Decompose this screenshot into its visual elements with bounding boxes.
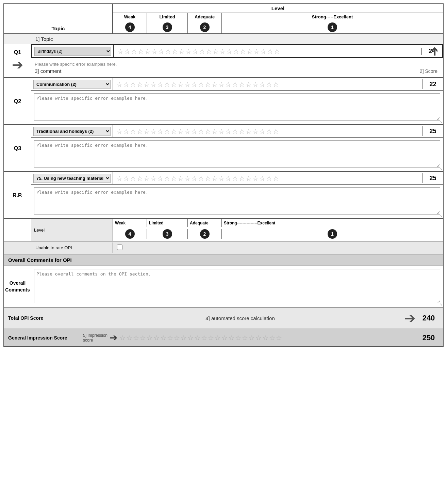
star-icon[interactable]: ☆ (253, 48, 260, 55)
star-icon[interactable]: ☆ (137, 81, 143, 88)
star-icon[interactable]: ☆ (167, 334, 173, 341)
star-icon[interactable]: ☆ (116, 81, 122, 88)
star-icon[interactable]: ☆ (124, 48, 130, 55)
star-icon[interactable]: ☆ (218, 175, 225, 182)
star-icon[interactable]: ☆ (123, 128, 129, 135)
star-icon[interactable]: ☆ (144, 175, 150, 182)
star-icon[interactable]: ☆ (157, 128, 163, 135)
star-icon[interactable]: ☆ (212, 81, 218, 88)
star-icon[interactable]: ☆ (259, 175, 265, 182)
star-icon[interactable]: ☆ (150, 175, 156, 182)
star-icon[interactable]: ☆ (184, 128, 191, 135)
star-icon[interactable]: ☆ (198, 175, 204, 182)
q1-topic-select[interactable]: Birthdays (2) (34, 47, 111, 56)
overall-comment-input[interactable] (34, 269, 440, 303)
star-icon[interactable]: ☆ (144, 81, 150, 88)
star-icon[interactable]: ☆ (205, 175, 211, 182)
star-icon[interactable]: ☆ (232, 128, 238, 135)
star-icon[interactable]: ☆ (239, 175, 245, 182)
star-icon[interactable]: ☆ (274, 48, 280, 55)
star-icon[interactable]: ☆ (273, 128, 279, 135)
star-icon[interactable]: ☆ (266, 81, 272, 88)
q2-comment-input[interactable] (34, 93, 440, 121)
star-icon[interactable]: ☆ (123, 175, 129, 182)
star-icon[interactable]: ☆ (178, 175, 184, 182)
star-icon[interactable]: ☆ (267, 48, 273, 55)
unable-checkbox[interactable] (117, 245, 122, 250)
star-icon[interactable]: ☆ (246, 128, 252, 135)
star-icon[interactable]: ☆ (171, 175, 177, 182)
star-icon[interactable]: ☆ (273, 175, 279, 182)
star-icon[interactable]: ☆ (138, 48, 144, 55)
star-icon[interactable]: ☆ (117, 48, 123, 55)
star-icon[interactable]: ☆ (259, 81, 265, 88)
star-icon[interactable]: ☆ (201, 334, 207, 341)
star-icon[interactable]: ☆ (255, 334, 262, 341)
star-icon[interactable]: ☆ (218, 128, 225, 135)
star-icon[interactable]: ☆ (164, 81, 170, 88)
star-icon[interactable]: ☆ (184, 81, 191, 88)
star-icon[interactable]: ☆ (150, 128, 156, 135)
star-icon[interactable]: ☆ (137, 175, 143, 182)
q3-topic-select[interactable]: Traditional and holidays (2) (33, 127, 111, 136)
star-icon[interactable]: ☆ (157, 81, 163, 88)
star-icon[interactable]: ☆ (171, 81, 177, 88)
star-icon[interactable]: ☆ (164, 175, 170, 182)
star-icon[interactable]: ☆ (228, 334, 234, 341)
star-icon[interactable]: ☆ (191, 128, 197, 135)
star-icon[interactable]: ☆ (232, 81, 238, 88)
rp-topic-select[interactable]: 75. Using new teaching materials (33, 174, 111, 183)
star-icon[interactable]: ☆ (191, 81, 197, 88)
star-icon[interactable]: ☆ (174, 334, 180, 341)
star-icon[interactable]: ☆ (273, 81, 279, 88)
star-icon[interactable]: ☆ (262, 334, 268, 341)
star-icon[interactable]: ☆ (269, 334, 275, 341)
star-icon[interactable]: ☆ (116, 128, 122, 135)
star-icon[interactable]: ☆ (219, 48, 226, 55)
star-icon[interactable]: ☆ (242, 334, 248, 341)
star-icon[interactable]: ☆ (247, 48, 253, 55)
star-icon[interactable]: ☆ (252, 81, 259, 88)
star-icon[interactable]: ☆ (246, 175, 252, 182)
star-icon[interactable]: ☆ (276, 334, 282, 341)
star-icon[interactable]: ☆ (215, 334, 221, 341)
star-icon[interactable]: ☆ (116, 175, 122, 182)
star-icon[interactable]: ☆ (179, 48, 185, 55)
star-icon[interactable]: ☆ (212, 175, 218, 182)
q3-comment-input[interactable] (34, 140, 440, 168)
rp-comment-input[interactable] (34, 187, 440, 215)
star-icon[interactable]: ☆ (206, 48, 212, 55)
star-icon[interactable]: ☆ (144, 128, 150, 135)
star-icon[interactable]: ☆ (178, 81, 184, 88)
star-icon[interactable]: ☆ (205, 128, 211, 135)
star-icon[interactable]: ☆ (252, 175, 259, 182)
star-icon[interactable]: ☆ (191, 175, 197, 182)
star-icon[interactable]: ☆ (208, 334, 214, 341)
star-icon[interactable]: ☆ (266, 128, 272, 135)
star-icon[interactable]: ☆ (187, 334, 194, 341)
star-icon[interactable]: ☆ (212, 128, 218, 135)
star-icon[interactable]: ☆ (133, 334, 139, 341)
star-icon[interactable]: ☆ (225, 175, 231, 182)
star-icon[interactable]: ☆ (158, 48, 164, 55)
star-icon[interactable]: ☆ (130, 128, 136, 135)
star-icon[interactable]: ☆ (181, 334, 187, 341)
star-icon[interactable]: ☆ (221, 334, 228, 341)
star-icon[interactable]: ☆ (151, 48, 158, 55)
q2-topic-select[interactable]: Communication (2) (33, 80, 111, 89)
star-icon[interactable]: ☆ (150, 81, 156, 88)
star-icon[interactable]: ☆ (213, 48, 219, 55)
star-icon[interactable]: ☆ (266, 175, 272, 182)
star-icon[interactable]: ☆ (259, 128, 265, 135)
star-icon[interactable]: ☆ (239, 128, 245, 135)
star-icon[interactable]: ☆ (225, 81, 231, 88)
star-icon[interactable]: ☆ (123, 81, 129, 88)
star-icon[interactable]: ☆ (249, 334, 255, 341)
star-icon[interactable]: ☆ (147, 334, 153, 341)
star-icon[interactable]: ☆ (260, 48, 266, 55)
star-icon[interactable]: ☆ (198, 128, 204, 135)
star-icon[interactable]: ☆ (192, 48, 198, 55)
star-icon[interactable]: ☆ (184, 175, 191, 182)
star-icon[interactable]: ☆ (252, 128, 259, 135)
star-icon[interactable]: ☆ (185, 48, 192, 55)
